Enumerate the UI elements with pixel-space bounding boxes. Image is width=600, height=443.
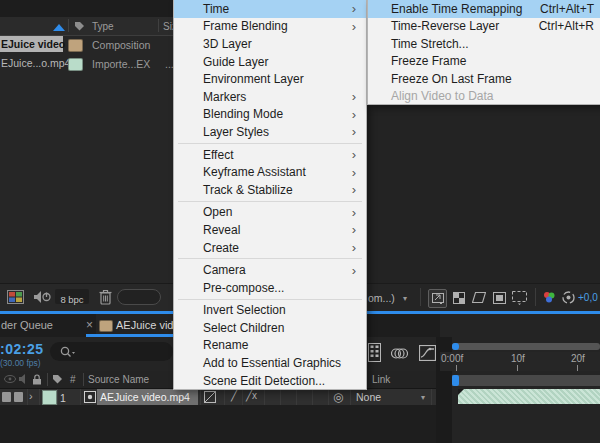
- menu-item-markers[interactable]: Markers›: [174, 88, 366, 106]
- show-channel-icon[interactable]: [540, 289, 557, 306]
- menu-item-invert-selection[interactable]: Invert Selection: [174, 302, 366, 320]
- column-divider[interactable]: [68, 19, 69, 32]
- menu-item-time-reverse-layer[interactable]: Time-Reverse LayerCtrl+Alt+R: [368, 18, 600, 36]
- project-row-footage[interactable]: EJuice...o.mp4 Importe...EX ...: [0, 55, 175, 72]
- composition-marker-button[interactable]: [368, 343, 381, 362]
- menu-item-label: Scene Edit Detection...: [203, 374, 325, 388]
- label-color-swatch[interactable]: [68, 58, 83, 71]
- clip-corner-notch: [458, 389, 464, 395]
- column-divider[interactable]: [158, 19, 159, 32]
- timeline-horizontal-scrollbar[interactable]: [452, 343, 600, 350]
- playhead-marker[interactable]: [452, 375, 459, 386]
- exposure-value[interactable]: +0,0: [578, 292, 598, 303]
- menu-item-time[interactable]: Time›: [174, 0, 366, 18]
- layer-duration-bar[interactable]: [458, 389, 600, 404]
- audio-column-icon[interactable]: [19, 374, 27, 384]
- menu-item-guide-layer[interactable]: Guide Layer: [174, 53, 366, 71]
- column-number[interactable]: #: [70, 374, 76, 385]
- menu-item-label: Track & Stabilize: [203, 183, 293, 197]
- work-area-bar[interactable]: [452, 375, 600, 386]
- mute-audio-icon[interactable]: [33, 290, 51, 304]
- project-row-composition[interactable]: EJuice video Composition: [0, 36, 175, 53]
- menu-item-label: Environment Layer: [203, 72, 304, 86]
- column-divider[interactable]: [83, 373, 84, 386]
- mask-visibility-button[interactable]: [470, 289, 487, 306]
- graph-editor-button[interactable]: [419, 345, 436, 361]
- column-type[interactable]: Type: [92, 21, 114, 32]
- timeline-search-input[interactable]: [50, 342, 173, 361]
- submenu-arrow-icon: ›: [352, 108, 356, 121]
- menu-item-scene-edit-detection[interactable]: Scene Edit Detection...: [174, 372, 366, 390]
- project-item-name[interactable]: EJuice video: [1, 38, 65, 50]
- audio-toggle-icon[interactable]: [14, 392, 23, 402]
- sort-ascending-icon[interactable]: [53, 24, 65, 31]
- label-color-swatch[interactable]: [68, 39, 83, 52]
- submenu-arrow-icon: ›: [352, 2, 356, 15]
- menu-item-layer-styles[interactable]: Layer Styles›: [174, 123, 366, 141]
- menu-item-frame-blending[interactable]: Frame Blending›: [174, 18, 366, 36]
- region-of-interest-button[interactable]: [491, 289, 508, 306]
- time-ruler[interactable]: 0:00f 10f 20f: [440, 352, 600, 371]
- menu-item-label: Invert Selection: [203, 303, 286, 317]
- menu-item-pre-compose[interactable]: Pre-compose...: [174, 279, 366, 297]
- close-icon[interactable]: ×: [86, 318, 93, 332]
- parent-pickwhip-icon[interactable]: ◎: [333, 390, 343, 404]
- ruler-tick: [456, 365, 457, 371]
- trash-icon[interactable]: [99, 289, 112, 305]
- ruler-label: 10f: [511, 353, 525, 364]
- menu-item-label: Time-Reverse Layer: [391, 19, 499, 33]
- menu-item-track-stabilize[interactable]: Track & Stabilize›: [174, 181, 366, 199]
- menu-item-camera[interactable]: Camera›: [174, 261, 366, 279]
- menu-item-3d-layer[interactable]: 3D Layer: [174, 35, 366, 53]
- search-pill[interactable]: [117, 289, 161, 305]
- guides-options-button[interactable]: [511, 289, 528, 306]
- fx-switch-icon[interactable]: ╱x: [246, 390, 257, 401]
- project-panel-top-strip: [0, 0, 175, 18]
- bit-depth-button[interactable]: 8 bpc: [55, 289, 89, 304]
- column-source-name[interactable]: Source Name: [88, 374, 149, 385]
- lock-column-icon[interactable]: [32, 374, 42, 385]
- layer-name-selected[interactable]: AEJuice video.mp4: [97, 389, 198, 405]
- menu-item-time-stretch[interactable]: Time Stretch...: [368, 35, 600, 53]
- footage-thumbnail-icon[interactable]: [7, 290, 24, 304]
- menu-item-environment-layer[interactable]: Environment Layer: [174, 70, 366, 88]
- current-timecode[interactable]: :02:25: [0, 341, 43, 357]
- menu-item-freeze-frame[interactable]: Freeze Frame: [368, 53, 600, 71]
- fast-previews-button[interactable]: [428, 289, 447, 308]
- menu-item-reveal[interactable]: Reveal›: [174, 221, 366, 239]
- submenu-arrow-icon: ›: [352, 166, 356, 179]
- project-item-type: Importe...EX: [92, 58, 150, 70]
- layer-row[interactable]: › 1 AEJuice video.mp4 ╱ ╱x ◎ None ▾: [0, 389, 436, 405]
- transparency-grid-button[interactable]: [450, 289, 467, 306]
- menu-item-create[interactable]: Create›: [174, 239, 366, 257]
- menu-item-enable-time-remapping[interactable]: Enable Time RemappingCtrl+Alt+T: [368, 0, 600, 18]
- quality-switch-icon[interactable]: [204, 391, 216, 403]
- video-toggle-icon[interactable]: [2, 392, 11, 402]
- menu-item-blending-mode[interactable]: Blending Mode›: [174, 106, 366, 124]
- tab-render-queue[interactable]: der Queue: [1, 319, 53, 331]
- eye-column-icon[interactable]: [4, 375, 16, 383]
- zoom-dropdown[interactable]: om...): [368, 292, 395, 304]
- effects-switch-icon[interactable]: ╱: [231, 390, 237, 401]
- menu-item-keyframe-assistant[interactable]: Keyframe Assistant›: [174, 163, 366, 181]
- project-item-name[interactable]: EJuice...o.mp4: [1, 57, 70, 69]
- column-link[interactable]: Link: [372, 374, 390, 385]
- menu-separator: [178, 143, 362, 144]
- scrollbar-playhead-cap[interactable]: [452, 343, 459, 350]
- layer-color-swatch[interactable]: [42, 390, 57, 405]
- menu-item-select-children[interactable]: Select Children: [174, 319, 366, 337]
- column-divider[interactable]: [47, 373, 48, 386]
- parent-link-dropdown[interactable]: None: [356, 391, 381, 403]
- menu-item-rename[interactable]: Rename: [174, 337, 366, 355]
- exposure-shutter-icon[interactable]: [560, 289, 577, 306]
- tab-composition-active[interactable]: AEJuice video: [96, 314, 175, 335]
- menu-item-freeze-on-last-frame[interactable]: Freeze On Last Frame: [368, 70, 600, 88]
- menu-item-label: Freeze On Last Frame: [391, 72, 512, 86]
- frame-blending-button[interactable]: [391, 347, 408, 360]
- menu-item-add-to-essential-graphics[interactable]: Add to Essential Graphics: [174, 354, 366, 372]
- label-column-icon[interactable]: [74, 21, 85, 32]
- menu-item-open[interactable]: Open›: [174, 204, 366, 222]
- expander-icon[interactable]: ›: [29, 390, 33, 402]
- label-column-icon[interactable]: [52, 374, 63, 385]
- menu-item-effect[interactable]: Effect›: [174, 146, 366, 164]
